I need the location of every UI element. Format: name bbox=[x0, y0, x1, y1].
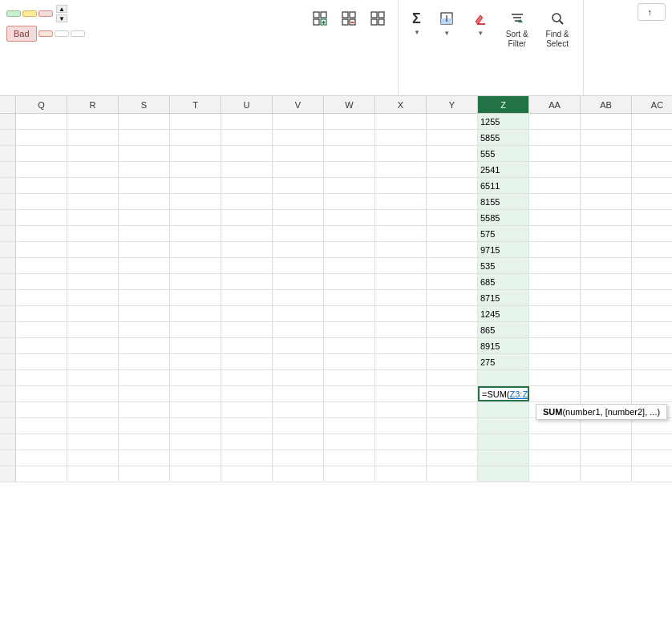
cell-Q15[interactable] bbox=[16, 306, 67, 321]
cell-AA18[interactable] bbox=[529, 354, 581, 369]
cell-R14[interactable] bbox=[67, 290, 119, 305]
cell-Q21[interactable] bbox=[16, 402, 67, 417]
cell-R5[interactable] bbox=[67, 146, 119, 161]
row-header-10[interactable] bbox=[0, 258, 16, 273]
cell-X24[interactable] bbox=[375, 450, 427, 466]
cell-W24[interactable] bbox=[324, 450, 375, 466]
cell-S14[interactable] bbox=[119, 290, 170, 305]
cell-Y5[interactable] bbox=[427, 146, 478, 161]
cell-S24[interactable] bbox=[119, 450, 170, 466]
cell-U11[interactable] bbox=[221, 242, 273, 257]
cell-S7[interactable] bbox=[119, 178, 170, 193]
cell-Q17[interactable] bbox=[16, 338, 67, 353]
cell-AB20[interactable] bbox=[581, 386, 632, 401]
style-bad[interactable]: Bad bbox=[6, 26, 37, 42]
cell-AB7[interactable] bbox=[581, 178, 632, 193]
cell-X3[interactable] bbox=[375, 114, 427, 129]
cell-Q22[interactable] bbox=[16, 418, 67, 433]
cell-Q11[interactable] bbox=[16, 242, 67, 257]
cell-V11[interactable] bbox=[273, 242, 324, 257]
cell-W17[interactable] bbox=[324, 338, 375, 353]
cell-AA17[interactable] bbox=[529, 338, 581, 353]
cell-Y19[interactable] bbox=[427, 370, 478, 385]
cell-U19[interactable] bbox=[221, 370, 273, 385]
cell-V5[interactable] bbox=[273, 146, 324, 161]
cell-V9[interactable] bbox=[273, 210, 324, 225]
row-header-22[interactable] bbox=[0, 450, 16, 466]
col-header-t[interactable]: T bbox=[170, 96, 221, 113]
cell-Z11[interactable]: 9715 bbox=[478, 242, 529, 257]
cell-AC10[interactable] bbox=[632, 226, 672, 241]
cell-W16[interactable] bbox=[324, 322, 375, 337]
cell-R3[interactable] bbox=[67, 114, 119, 129]
cell-Z15[interactable]: 1245 bbox=[478, 306, 529, 321]
cell-Y12[interactable] bbox=[427, 258, 478, 273]
cell-T6[interactable] bbox=[170, 162, 221, 177]
autosum-button[interactable]: Σ ▼ bbox=[405, 6, 428, 40]
delete-button[interactable] bbox=[335, 6, 362, 34]
cell-R7[interactable] bbox=[67, 178, 119, 193]
cell-W14[interactable] bbox=[324, 290, 375, 305]
col-header-s[interactable]: S bbox=[119, 96, 170, 113]
cell-AB10[interactable] bbox=[581, 226, 632, 241]
cell-Y18[interactable] bbox=[427, 354, 478, 369]
cell-R20[interactable] bbox=[67, 386, 119, 401]
cell-W20[interactable] bbox=[324, 386, 375, 401]
cell-U3[interactable] bbox=[221, 114, 273, 129]
cell-W7[interactable] bbox=[324, 178, 375, 193]
cell-X14[interactable] bbox=[375, 290, 427, 305]
cell-AB6[interactable] bbox=[581, 162, 632, 177]
cell-W9[interactable] bbox=[324, 210, 375, 225]
cell-U7[interactable] bbox=[221, 178, 273, 193]
cell-Q10[interactable] bbox=[16, 226, 67, 241]
cell-W19[interactable] bbox=[324, 370, 375, 385]
cell-T22[interactable] bbox=[170, 418, 221, 433]
cell-V23[interactable] bbox=[273, 434, 324, 450]
style-note[interactable] bbox=[71, 30, 85, 37]
cell-Q25[interactable] bbox=[16, 466, 67, 482]
cell-AC19[interactable] bbox=[632, 370, 672, 385]
cell-V18[interactable] bbox=[273, 354, 324, 369]
cell-AC6[interactable] bbox=[632, 162, 672, 177]
cell-Y25[interactable] bbox=[427, 466, 478, 482]
cell-U4[interactable] bbox=[221, 130, 273, 145]
cell-AA9[interactable] bbox=[529, 210, 581, 225]
cell-Z3[interactable]: 1255 bbox=[478, 114, 529, 129]
cell-X19[interactable] bbox=[375, 370, 427, 385]
cell-S21[interactable] bbox=[119, 402, 170, 417]
cell-U23[interactable] bbox=[221, 434, 273, 450]
cell-S18[interactable] bbox=[119, 354, 170, 369]
cell-T25[interactable] bbox=[170, 466, 221, 482]
cell-AB19[interactable] bbox=[581, 370, 632, 385]
cell-AA4[interactable] bbox=[529, 130, 581, 145]
cell-Q19[interactable] bbox=[16, 370, 67, 385]
cell-Z18[interactable]: 275 bbox=[478, 354, 529, 369]
cell-AC3[interactable] bbox=[632, 114, 672, 129]
cell-X17[interactable] bbox=[375, 338, 427, 353]
cell-R8[interactable] bbox=[67, 194, 119, 209]
cell-R11[interactable] bbox=[67, 242, 119, 257]
cell-Y10[interactable] bbox=[427, 226, 478, 241]
cell-V13[interactable] bbox=[273, 274, 324, 289]
row-header-23[interactable] bbox=[0, 466, 16, 482]
cell-AA6[interactable] bbox=[529, 162, 581, 177]
col-header-z[interactable]: Z bbox=[478, 96, 529, 113]
row-header-5[interactable] bbox=[0, 178, 16, 193]
cell-R22[interactable] bbox=[67, 418, 119, 433]
cell-AA11[interactable] bbox=[529, 242, 581, 257]
col-header-ab[interactable]: AB bbox=[581, 96, 632, 113]
row-header-3[interactable] bbox=[0, 146, 16, 161]
cell-S3[interactable] bbox=[119, 114, 170, 129]
cell-S19[interactable] bbox=[119, 370, 170, 385]
cell-Y24[interactable] bbox=[427, 450, 478, 466]
scroll-up-arrow[interactable]: ▲ bbox=[56, 5, 67, 13]
cell-T15[interactable] bbox=[170, 306, 221, 321]
cell-T18[interactable] bbox=[170, 354, 221, 369]
fill-button[interactable]: ▼ bbox=[431, 6, 462, 41]
cell-Q4[interactable] bbox=[16, 130, 67, 145]
cell-W8[interactable] bbox=[324, 194, 375, 209]
style-good[interactable] bbox=[6, 10, 21, 17]
cell-AC5[interactable] bbox=[632, 146, 672, 161]
cell-V14[interactable] bbox=[273, 290, 324, 305]
cell-Z19[interactable] bbox=[478, 370, 529, 385]
